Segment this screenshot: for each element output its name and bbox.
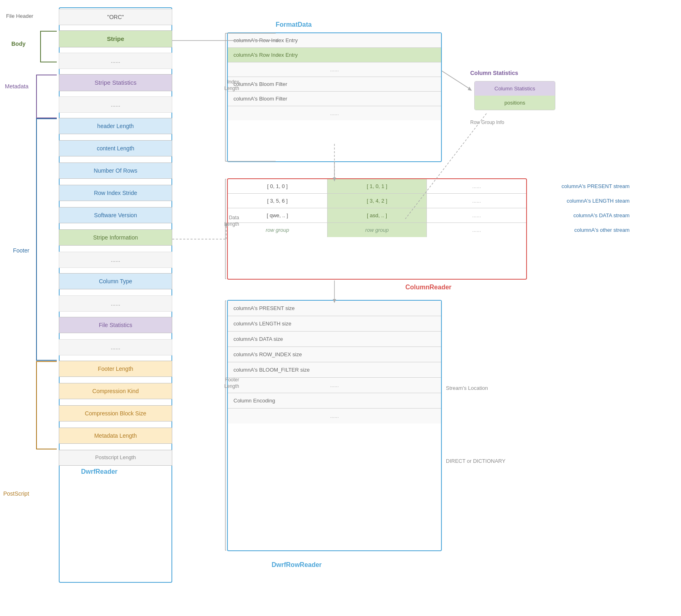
cell-header-length: header Length bbox=[59, 118, 172, 134]
cr-cell-2-0: [ qwe, .. ] bbox=[228, 208, 328, 222]
cell-content-length: content Length bbox=[59, 140, 172, 156]
drr-cell-5: ...... bbox=[228, 378, 441, 393]
drr-cell-0: columnA's PRESENT size bbox=[228, 301, 441, 316]
cs-cell-purple: Column Statistics bbox=[475, 81, 555, 96]
cell-postscript-length: Postscript Length bbox=[59, 450, 172, 466]
fd-cell-1: columnA's Row Index Entry bbox=[228, 48, 441, 62]
cell-number-of-rows: Number Of Rows bbox=[59, 163, 172, 179]
cell-dots2-label: ...... bbox=[59, 96, 172, 113]
drr-cell-7: ...... bbox=[228, 409, 441, 424]
cell-stripe-stats: Stripe Statistics bbox=[59, 74, 172, 91]
cr-cell-3-1: row group bbox=[328, 223, 427, 237]
fd-cell-3: columnA's Bloom Filter bbox=[228, 77, 441, 92]
cell-postscript-length-label: Postscript Length bbox=[59, 450, 172, 466]
cell-row-index-stride-label: Row Index Stride bbox=[59, 185, 172, 201]
label-footer: Footer bbox=[13, 247, 29, 254]
cr-cell-0-1: [ 1, 0, 1 ] bbox=[328, 179, 427, 193]
cell-number-of-rows-label: Number Of Rows bbox=[59, 163, 172, 179]
cr-label-3: columnA's other stream bbox=[574, 227, 630, 233]
col-stats-box: Column Statistics positions bbox=[474, 81, 555, 110]
cell-stripe-label: Stripe bbox=[59, 30, 172, 47]
cr-cell-0-2: ...... bbox=[427, 179, 526, 193]
metadata-bracket bbox=[32, 74, 59, 119]
cr-cell-3-2: ...... bbox=[427, 223, 526, 237]
drr-cell-2: columnA's DATA size bbox=[228, 332, 441, 347]
cell-column-type-label: Column Type bbox=[59, 273, 172, 289]
dwrf-row-reader-box: columnA's PRESENT size columnA's LENGTH … bbox=[227, 300, 442, 551]
data-length-label: DataLength bbox=[215, 215, 239, 227]
cell-column-type: Column Type bbox=[59, 273, 172, 289]
cell-dots3: ...... bbox=[59, 252, 172, 268]
drr-cell-4: columnA's BLOOM_FILTER size bbox=[228, 362, 441, 378]
row-group-info-label: Row Group Info bbox=[470, 120, 504, 125]
cell-compression-kind: Compression Kind bbox=[59, 383, 172, 399]
cs-cell-green: positions bbox=[475, 96, 555, 110]
cell-footer-length-label: Footer Length bbox=[59, 361, 172, 377]
format-data-box: columnA's Row Index Entry columnA's Row … bbox=[227, 32, 442, 162]
cell-dots1: ...... bbox=[59, 53, 172, 69]
cell-dots2: ...... bbox=[59, 96, 172, 113]
drr-cell-6: Column Encoding bbox=[228, 393, 441, 409]
label-body: Body bbox=[11, 41, 26, 47]
cr-row-2: [ qwe, .. ] [ asd, .. ] ...... columnA's… bbox=[228, 208, 526, 223]
cell-dots4-label: ...... bbox=[59, 295, 172, 312]
cell-stripe: Stripe bbox=[59, 30, 172, 47]
cell-file-statistics-label: File Statistics bbox=[59, 317, 172, 333]
cell-stripe-information-label: Stripe Information bbox=[59, 229, 172, 246]
cell-footer-length: Footer Length bbox=[59, 361, 172, 377]
cell-software-version-label: Software Version bbox=[59, 207, 172, 223]
left-column-border bbox=[59, 7, 172, 583]
cr-cell-2-1: [ asd, .. ] bbox=[328, 208, 427, 222]
label-postscript: PostScript bbox=[3, 490, 29, 497]
cr-cell-2-2: ...... bbox=[427, 208, 526, 222]
label-dwrf-reader: DwrfReader bbox=[81, 468, 118, 475]
svg-line-14 bbox=[442, 71, 470, 89]
cell-dots5: ...... bbox=[59, 339, 172, 355]
cell-row-index-stride: Row Index Stride bbox=[59, 185, 172, 201]
dwrf-row-reader-label: DwrfRowReader bbox=[272, 561, 322, 569]
cr-cell-0-0: [ 0, 1, 0 ] bbox=[228, 179, 328, 193]
cell-content-length-label: content Length bbox=[59, 140, 172, 156]
cell-file-statistics: File Statistics bbox=[59, 317, 172, 333]
cell-compression-block-size: Compression Block Size bbox=[59, 405, 172, 421]
cr-row-0: [ 0, 1, 0 ] [ 1, 0, 1 ] ...... columnA's… bbox=[228, 179, 526, 194]
cell-compression-kind-label: Compression Kind bbox=[59, 383, 172, 399]
format-data-label: FormatData bbox=[276, 21, 312, 28]
cell-dots4: ...... bbox=[59, 295, 172, 312]
column-statistics-label: Column Statistics bbox=[470, 70, 518, 76]
cr-label-1: columnA's LENGTH steam bbox=[567, 198, 630, 204]
diagram-container: File Header Body Metadata Footer PostScr… bbox=[0, 0, 681, 616]
cr-label-0: columnA's PRESENT stream bbox=[561, 183, 630, 189]
cell-stripe-stats-label: Stripe Statistics bbox=[59, 74, 172, 91]
column-reader-label: ColumnReader bbox=[405, 284, 452, 291]
drr-cell-3: columnA's ROW_INDEX size bbox=[228, 347, 441, 362]
cr-cell-1-2: ...... bbox=[427, 194, 526, 208]
streams-location-label: Stream's Location bbox=[446, 385, 488, 391]
body-bracket bbox=[36, 30, 59, 63]
fd-cell-4: columnA's Bloom Filter bbox=[228, 92, 441, 106]
cr-row-3: row group row group ...... columnA's oth… bbox=[228, 223, 526, 237]
fd-cell-0: columnA's Row Index Entry bbox=[228, 33, 441, 48]
cell-stripe-information: Stripe Information bbox=[59, 229, 172, 246]
cell-dots3-label: ...... bbox=[59, 252, 172, 268]
cell-metadata-length-label: Metadata Length bbox=[59, 428, 172, 444]
cr-cell-1-0: [ 3, 5, 6 ] bbox=[228, 194, 328, 208]
cell-file-header: "ORC" bbox=[59, 9, 172, 25]
cell-software-version: Software Version bbox=[59, 207, 172, 223]
cr-cell-1-1: [ 3, 4, 2 ] bbox=[328, 194, 427, 208]
label-metadata: Metadata bbox=[5, 83, 28, 90]
cell-header-length-label: header Length bbox=[59, 118, 172, 134]
footer-length-label: FooterLength bbox=[215, 377, 239, 389]
cell-dots5-label: ...... bbox=[59, 339, 172, 355]
drr-cell-1: columnA's LENGTH size bbox=[228, 316, 441, 332]
cell-compression-block-size-label: Compression Block Size bbox=[59, 405, 172, 421]
direct-or-dictionary-label: DIRECT or DICTIONARY bbox=[446, 458, 505, 464]
index-length-label: IndexLength bbox=[215, 79, 239, 92]
cell-dots1-label: ...... bbox=[59, 53, 172, 69]
postscript-bracket bbox=[32, 361, 59, 450]
cr-cell-3-0: row group bbox=[228, 223, 328, 237]
label-file-header: File Header bbox=[6, 13, 33, 19]
cell-metadata-length: Metadata Length bbox=[59, 428, 172, 444]
fd-cell-2: ...... bbox=[228, 62, 441, 77]
cell-orc-label: "ORC" bbox=[59, 9, 172, 25]
